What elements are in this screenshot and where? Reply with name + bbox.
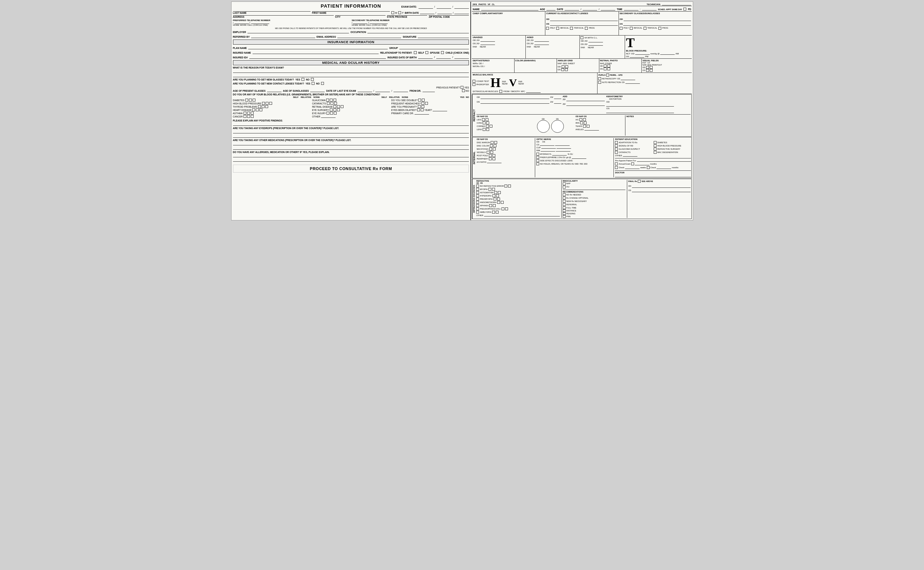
employer-field[interactable] xyxy=(247,30,349,33)
contacts-no[interactable] xyxy=(321,82,324,85)
referred-field[interactable] xyxy=(251,34,315,38)
trifocal-cb1[interactable] xyxy=(570,27,573,30)
page-title: PATIENT INFORMATION xyxy=(321,3,381,9)
hbp-none[interactable] xyxy=(269,102,272,105)
contacts-yes[interactable] xyxy=(312,82,315,85)
muscle-refract-section: MUSCLE BALANCE COVER TEST PHOROPTER H FA… xyxy=(472,73,692,94)
refract-section: REFRACT OD 20/ OS 20/ xyxy=(472,94,692,137)
os-eye-diagram xyxy=(551,120,564,133)
prog-cb2[interactable] xyxy=(658,27,661,30)
technician-label: TECHNICIAN: xyxy=(646,3,661,5)
cataracts-self[interactable] xyxy=(327,102,330,105)
signature-field[interactable] xyxy=(418,34,469,38)
home-work-label1: HOME WORK CELL (CIRCLE ONE) xyxy=(233,24,350,26)
child-checkbox[interactable] xyxy=(441,51,444,54)
self-checkbox[interactable] xyxy=(414,51,417,54)
heart-self[interactable] xyxy=(252,109,255,111)
cataracts-relative[interactable] xyxy=(330,102,333,105)
cancer-self[interactable] xyxy=(243,115,246,118)
glaucoma-none[interactable] xyxy=(333,99,336,101)
right-panel: DFE PHOTO VF CL TECHNICIAN: NAME AGE DAT… xyxy=(471,2,692,220)
group-label: GROUP xyxy=(389,47,398,49)
hbp-self[interactable] xyxy=(262,102,265,105)
prog-cb1[interactable] xyxy=(585,27,588,30)
cancer-relative[interactable] xyxy=(247,115,250,118)
top-bar: DFE PHOTO VF CL TECHNICIAN: xyxy=(472,3,692,6)
diabetes-none[interactable] xyxy=(252,99,255,101)
spouse-checkbox[interactable] xyxy=(425,51,428,54)
relationship-label: RELATIONSHIP TO PATIENT: xyxy=(380,52,412,54)
asthma-relative[interactable] xyxy=(247,112,250,115)
eyesurg-none[interactable] xyxy=(337,109,340,111)
female-checkbox[interactable] xyxy=(398,11,401,14)
glasses-no[interactable] xyxy=(311,78,314,81)
email-label: EMAIL ADDRESS xyxy=(317,35,336,38)
headache-yes[interactable] xyxy=(422,102,424,105)
trifocal-cb2[interactable] xyxy=(643,27,646,30)
hbp-relative[interactable] xyxy=(266,102,269,105)
exam-date-label: EXAM DATE: xyxy=(402,5,417,8)
thyroid-none[interactable] xyxy=(265,105,268,108)
dfe-label: DFE xyxy=(472,3,477,5)
insured-id-field[interactable] xyxy=(249,55,386,59)
eyeinj-none[interactable] xyxy=(334,112,337,115)
dilated-yes[interactable] xyxy=(417,109,420,111)
headache-no[interactable] xyxy=(425,102,428,105)
eyesurg-self[interactable] xyxy=(330,109,333,111)
reason-question: WHAT IS THE REASON FOR TODAY'S EXAM? xyxy=(233,66,469,69)
cancer-none[interactable] xyxy=(251,115,254,118)
diabetes-relative[interactable] xyxy=(249,99,252,101)
vf-label: VF xyxy=(488,3,490,5)
cataracts-none[interactable] xyxy=(334,102,337,105)
heart-none[interactable] xyxy=(260,109,262,111)
vision-section: UNAIDED OD 20/ OS 20/ FARNEAR AIDED OD 2… xyxy=(472,35,692,59)
exam-year-field[interactable] xyxy=(454,5,469,9)
retinal-none[interactable] xyxy=(341,105,344,108)
pregnant-no[interactable] xyxy=(422,105,424,108)
heart-relative[interactable] xyxy=(256,109,259,111)
prev-yes[interactable] xyxy=(461,86,463,89)
plan-field[interactable] xyxy=(248,46,388,49)
prev-no[interactable] xyxy=(462,89,465,92)
poly-cb1[interactable] xyxy=(546,27,549,30)
asthma-self[interactable] xyxy=(243,112,246,115)
insured-label: INSURED NAME xyxy=(233,52,251,54)
retinal-relative[interactable] xyxy=(337,105,340,108)
asthma-none[interactable] xyxy=(251,112,254,115)
positive-line[interactable] xyxy=(233,122,469,126)
glaucoma-self[interactable] xyxy=(326,99,329,101)
thyroid-self[interactable] xyxy=(258,105,261,108)
reason-line1[interactable] xyxy=(233,69,469,73)
pd-checkbox[interactable] xyxy=(683,8,686,11)
email-field[interactable] xyxy=(338,34,401,38)
insured-name-field[interactable] xyxy=(252,51,379,54)
eyesurg-relative[interactable] xyxy=(333,109,336,111)
bifocal-cb1[interactable] xyxy=(556,27,559,30)
bifocal-cb2[interactable] xyxy=(630,27,633,30)
group-field[interactable] xyxy=(399,46,469,49)
double-no[interactable] xyxy=(422,99,425,101)
eyeinj-self[interactable] xyxy=(327,112,329,115)
internal-section: INTERNAL OD NAP OS DISC MARGIN DISC COLO… xyxy=(472,137,692,178)
proceed-label: PROCEED TO CONSULTATIVE Rx FORM xyxy=(233,165,469,173)
left-panel: PATIENT INFORMATION EXAM DATE: / / LAST … xyxy=(232,2,472,220)
retinal-self[interactable] xyxy=(333,105,336,108)
exam-date-field[interactable] xyxy=(418,5,433,9)
exam-month-field[interactable] xyxy=(437,5,451,9)
va-cl-cb[interactable] xyxy=(580,36,583,39)
reason-line2[interactable] xyxy=(233,74,469,77)
patient-name-field[interactable] xyxy=(481,7,538,11)
diabetes-self[interactable] xyxy=(245,99,248,101)
home-work-label2: HOME WORK CELL (CIRCLE ONE) xyxy=(351,24,469,26)
occupation-field[interactable] xyxy=(367,30,469,33)
glaucoma-relative[interactable] xyxy=(330,99,333,101)
glasses-yes[interactable] xyxy=(301,78,304,81)
male-checkbox[interactable] xyxy=(391,11,394,14)
referred-label: REFERRED BY xyxy=(233,35,250,38)
thyroid-relative[interactable] xyxy=(262,105,264,108)
pregnant-yes[interactable] xyxy=(418,105,421,108)
poly-cb2[interactable] xyxy=(620,27,623,30)
eyeinj-relative[interactable] xyxy=(330,112,333,115)
double-yes[interactable] xyxy=(418,99,421,101)
dilated-no[interactable] xyxy=(421,109,424,111)
